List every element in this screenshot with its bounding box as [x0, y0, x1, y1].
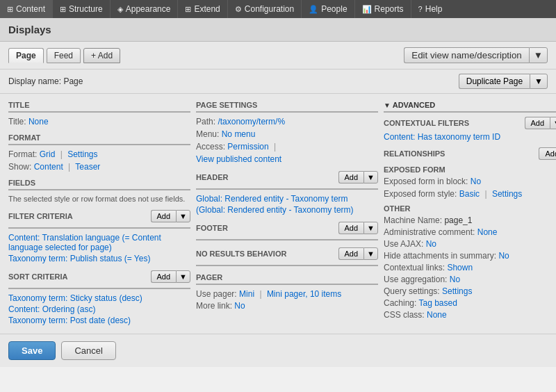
title-value-link[interactable]: None	[28, 117, 49, 126]
middle-column: Page Settings Path: /taxonomy/term/% Men…	[196, 101, 384, 327]
admin-comment-label: Administrative comment:	[384, 227, 475, 237]
filter-item-1[interactable]: Taxonomy term: Publish status (= Yes)	[8, 254, 190, 263]
query-settings-label: Query settings:	[384, 286, 440, 296]
sort-item-2[interactable]: Taxonomy term: Post date (desc)	[8, 316, 190, 325]
sort-item-1[interactable]: Content: Ordering (asc)	[8, 304, 190, 314]
reports-icon: 📊	[362, 5, 372, 14]
duplicate-dropdown-arrow[interactable]: ▼	[530, 74, 548, 89]
extend-icon: ⊞	[185, 5, 191, 14]
footer-section-header: Footer Add ▼	[196, 222, 378, 240]
header-add-button[interactable]: Add	[338, 171, 364, 183]
fields-section-header: Fields	[8, 179, 190, 190]
contextual-add-btn-group: Add ▼	[525, 117, 556, 129]
contextual-links-value-link[interactable]: Shown	[447, 263, 473, 272]
no-results-add-button[interactable]: Add	[338, 247, 364, 260]
contextual-add-arrow[interactable]: ▼	[550, 117, 556, 129]
footer-add-button[interactable]: Add	[338, 222, 364, 234]
exposed-block-value-link[interactable]: No	[471, 177, 481, 186]
show-content-link[interactable]: Content	[34, 162, 63, 172]
format-value-link[interactable]: Grid	[40, 149, 56, 159]
nav-people[interactable]: 👤 People	[302, 0, 354, 18]
appearance-icon: ◈	[117, 5, 123, 14]
path-value-link[interactable]: /taxonomy/term/%	[218, 117, 285, 126]
exposed-style-settings-link[interactable]: Settings	[492, 189, 522, 199]
header-item-0[interactable]: Global: Rendered entity - Taxonomy term	[196, 194, 378, 204]
machine-name-label: Machine Name:	[384, 215, 442, 225]
hide-attachments-row: Hide attachments in summary: No	[384, 251, 556, 261]
hide-attachments-value-link[interactable]: No	[498, 251, 509, 261]
exposed-style-value-link[interactable]: Basic	[459, 189, 480, 199]
duplicate-button-group: Duplicate Page ▼	[459, 74, 548, 89]
display-name-text: Display name: Page	[8, 76, 83, 86]
menu-row: Menu: No menu	[196, 129, 378, 139]
footer-add-arrow[interactable]: ▼	[363, 222, 378, 234]
filter-section-with-btn: Filter Criteria Add ▼	[8, 210, 190, 222]
access-value-link[interactable]: Permission	[227, 142, 268, 152]
right-column: Advanced Contextual Filters Add ▼ Conten…	[384, 101, 556, 327]
more-link-row: More link: No	[196, 301, 378, 311]
caching-row: Caching: Tag based	[384, 298, 556, 308]
save-button[interactable]: Save	[8, 341, 56, 360]
display-tabs-row: Page Feed + Add Edit view name/descripti…	[0, 42, 556, 70]
relationships-add-button[interactable]: Add	[539, 147, 556, 160]
nav-configuration[interactable]: ⚙ Configuration	[228, 0, 302, 18]
query-settings-value-link[interactable]: Settings	[442, 286, 472, 296]
use-ajax-label: Use AJAX:	[384, 239, 423, 249]
fields-description: The selected style or row format does no…	[8, 195, 190, 203]
nav-help[interactable]: ? Help	[411, 0, 450, 18]
bottom-bar: Save Cancel	[0, 334, 556, 367]
use-pager-value-link[interactable]: Mini	[239, 289, 254, 299]
edit-view-name-button[interactable]: Edit view name/description	[404, 47, 529, 63]
filter-add-arrow[interactable]: ▼	[176, 210, 190, 222]
access-separator: |	[274, 142, 276, 152]
menu-value-link[interactable]: No menu	[222, 129, 256, 139]
machine-name-row: Machine Name: page_1	[384, 215, 556, 225]
use-ajax-value-link[interactable]: No	[426, 239, 436, 249]
mini-pager-link[interactable]: Mini pager, 10 items	[267, 289, 341, 299]
add-display-button[interactable]: + Add	[83, 48, 120, 63]
more-link-value-link[interactable]: No	[234, 301, 245, 311]
contextual-add-button[interactable]: Add	[525, 117, 550, 129]
cancel-button[interactable]: Cancel	[61, 341, 115, 360]
contextual-content-link[interactable]: Content: Has taxonomy term ID	[384, 132, 556, 142]
format-settings-link[interactable]: Settings	[67, 149, 97, 159]
page-title: Displays	[8, 24, 51, 35]
show-teaser-link[interactable]: Teaser	[75, 162, 100, 172]
edit-view-dropdown-arrow[interactable]: ▼	[529, 47, 548, 63]
css-class-value-link[interactable]: None	[427, 310, 447, 320]
format-separator: |	[60, 149, 63, 159]
nav-appearance[interactable]: ◈ Appearance	[111, 0, 179, 18]
displays-header: Displays	[0, 18, 556, 42]
sort-item-0[interactable]: Taxonomy term: Sticky status (desc)	[8, 293, 190, 303]
no-results-section-header: No Results Behavior Add ▼	[196, 247, 378, 266]
sort-add-button[interactable]: Add	[151, 270, 177, 283]
header-item-1[interactable]: (Global: Rendered entity - Taxonomy term…	[196, 205, 378, 215]
help-icon: ?	[418, 5, 423, 13]
filter-add-button[interactable]: Add	[151, 210, 177, 222]
tab-page[interactable]: Page	[8, 48, 44, 63]
use-pager-row: Use pager: Mini | Mini pager, 10 items	[196, 289, 378, 299]
css-class-row: CSS class: None	[384, 310, 556, 320]
query-settings-row: Query settings: Settings	[384, 286, 556, 296]
view-published-link[interactable]: View published content	[196, 154, 281, 164]
admin-comment-value-link[interactable]: None	[477, 227, 498, 237]
contextual-links-row: Contextual links: Shown	[384, 263, 556, 272]
sort-add-arrow[interactable]: ▼	[176, 270, 190, 283]
use-aggregation-value-link[interactable]: No	[450, 275, 460, 284]
nav-structure[interactable]: ⊞ Structure	[53, 0, 111, 18]
advanced-section-header[interactable]: Advanced	[384, 101, 556, 113]
filter-item-0[interactable]: Content: Translation language (= Content…	[8, 233, 190, 252]
exposed-block-label: Exposed form in block:	[384, 177, 468, 186]
duplicate-page-button[interactable]: Duplicate Page	[459, 74, 530, 89]
header-add-arrow[interactable]: ▼	[363, 171, 378, 183]
header-add-btn-group: Add ▼	[338, 171, 378, 183]
nav-content[interactable]: ⊞ Content	[0, 0, 53, 18]
nav-extend[interactable]: ⊞ Extend	[178, 0, 227, 18]
sort-add-btn-group: Add ▼	[151, 270, 190, 283]
display-name-row: Display name: Page Duplicate Page ▼	[0, 70, 556, 94]
no-results-add-arrow[interactable]: ▼	[363, 247, 378, 260]
tab-feed[interactable]: Feed	[47, 48, 81, 63]
caching-value-link[interactable]: Tag based	[419, 298, 457, 308]
view-published-row: View published content	[196, 154, 378, 164]
nav-reports[interactable]: 📊 Reports	[355, 0, 411, 18]
